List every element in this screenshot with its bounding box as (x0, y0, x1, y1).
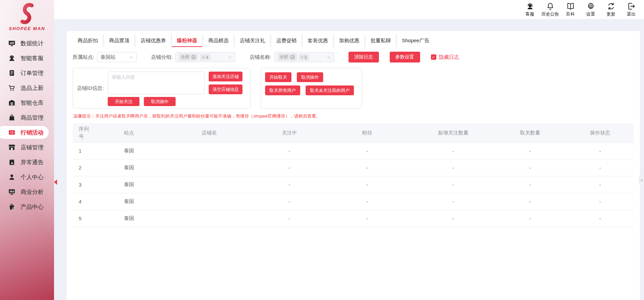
clear-log-button[interactable]: 清除日志 (349, 52, 379, 62)
fans-cell: - (321, 142, 413, 159)
tab-product-discount[interactable]: 商品折扣 (73, 34, 103, 47)
tab-shop-coupon[interactable]: 店铺优惠券 (135, 34, 171, 47)
shop_name-cell (161, 142, 257, 159)
tab-bundle-deal[interactable]: 套装优惠 (303, 34, 333, 47)
unfollow-all-users-button[interactable]: 取关所有用户 (265, 85, 300, 95)
sidebar-item-marketing-activities[interactable]: 行销活动 (0, 126, 49, 139)
site-select[interactable]: 泰国站 (97, 52, 137, 62)
status-cell: - (566, 176, 634, 193)
chevron-down-icon (327, 55, 331, 59)
sidebar-item-shop-management[interactable]: 店铺管理 (0, 140, 54, 155)
site-cell: 泰国 (97, 176, 161, 193)
sidebar-item-label: 个人中心 (21, 173, 44, 181)
tag-remove-icon[interactable]: × (290, 55, 295, 59)
shop-name-select[interactable]: 全部 × + 5 (274, 52, 334, 62)
tab-product-top[interactable]: 商品置顶 (104, 34, 134, 47)
status-cell: - (566, 210, 634, 227)
start-follow-button[interactable]: 开始关注 (108, 97, 139, 106)
new_follows-cell: - (413, 142, 494, 159)
topbar-action-wiki[interactable]: 百科 (560, 2, 581, 17)
topbar-action-label: 设置 (586, 11, 595, 17)
sidebar-collapse-arrow-icon[interactable] (54, 179, 57, 185)
tab-shop-follow-gift[interactable]: 店铺关注礼 (235, 34, 270, 47)
sidebar-menu: 数据统计智能客服订单管理选品上新智能仓库商品管理行销活动店铺管理异常通告个人中心… (0, 36, 54, 214)
drawer-collapse-handle[interactable]: « (639, 174, 644, 186)
sidebar-item-label: 智能客服 (21, 54, 44, 62)
cancel-unfollow-button[interactable]: 取消操作 (297, 72, 323, 82)
sidebar-item-data-statistics[interactable]: 数据统计 (0, 36, 54, 51)
status-cell: - (566, 193, 634, 210)
sidebar-item-label: 选品上新 (21, 84, 44, 92)
site-cell: 泰国 (97, 142, 161, 159)
topbar-action-logout[interactable]: 退出 (621, 2, 641, 17)
sidebar-item-business-analysis[interactable]: 商业分析 (0, 184, 54, 199)
unfollow-row-1: 开始取关 取消操作 (265, 72, 358, 82)
tab-add-on-deal[interactable]: 加购优惠 (334, 34, 364, 47)
shop-id-input-row: 添加关注店铺 清空店铺信息 (108, 72, 246, 94)
sidebar-item-order-management[interactable]: 订单管理 (0, 66, 54, 80)
name-tag-text: 全部 (280, 54, 288, 60)
topbar-action-history-announcements[interactable]: 历史公告 (540, 2, 560, 17)
following-cell: - (257, 176, 321, 193)
sidebar-item-label: 商品管理 (21, 114, 44, 122)
sidebar-item-personal-center[interactable]: 个人中心 (0, 170, 54, 184)
tab-product-selection[interactable]: 商品精选 (203, 34, 234, 47)
tab-shopee-ads[interactable]: Shopee广告 (397, 34, 435, 47)
param-settings-button[interactable]: 参数设置 (390, 52, 420, 62)
unfollow-not-following-button[interactable]: 取关未关注我的用户 (306, 85, 354, 95)
group-select[interactable]: 全部 × + 4 (175, 52, 235, 62)
topbar-action-customer-service[interactable]: 客服 (520, 2, 540, 17)
user-icon (8, 173, 16, 181)
logo-swirl-icon (13, 2, 41, 25)
group-tag-text: 全部 (181, 54, 189, 60)
topbar-action-label: 更新 (607, 11, 615, 17)
topbar-action-settings[interactable]: 设置 (581, 2, 601, 17)
start-unfollow-button[interactable]: 开始取关 (265, 72, 291, 82)
table-row: 1泰国----- (73, 142, 634, 159)
agent-icon (8, 54, 16, 62)
table-row: 4泰国----- (73, 193, 634, 210)
tab-shipping-promo[interactable]: 运费促销 (271, 34, 302, 47)
topbar-action-label: 百科 (566, 11, 575, 17)
index-cell: 5 (73, 210, 97, 227)
topbar-action-label: 客服 (525, 11, 534, 17)
sidebar-item-product-center[interactable]: 产品中心 (0, 199, 54, 214)
sidebar-item-label: 商业分析 (21, 188, 44, 196)
handbag-icon (8, 114, 16, 121)
new_follows-cell: - (413, 176, 494, 193)
new_follows-cell: - (413, 159, 494, 176)
topbar-actions: 客服历史公告百科设置更新退出 (520, 2, 641, 17)
topbar-action-update[interactable]: 更新 (601, 2, 621, 17)
unfollow-panel: 开始取关 取消操作 取关所有用户 取关未关注我的用户 (261, 68, 362, 108)
shop-id-textarea[interactable] (108, 72, 205, 94)
name-filter-label: 店铺名称: (250, 54, 271, 60)
sidebar-item-product-management[interactable]: 商品管理 (0, 110, 54, 125)
tabs-bar: 商品折扣商品置顶店铺优惠券爆粉神器商品精选店铺关注礼运费促销套装优惠加购优惠批量… (73, 34, 435, 47)
monitor-stats-icon (8, 40, 16, 47)
tab-bulk-private-chat[interactable]: 批量私聊 (365, 34, 396, 47)
sidebar-item-product-picking[interactable]: 选品上新 (0, 80, 54, 95)
product-icon (8, 203, 16, 210)
column-header-following: 关注中 (257, 123, 321, 142)
column-header-shop_name: 店铺名 (161, 123, 257, 142)
sidebar-item-smart-customer-service[interactable]: 智能客服 (0, 51, 54, 66)
table-header-row: 序列号站点店铺名关注中粉丝新增关注数量取关数量操作状态 (73, 123, 634, 142)
unfollows-cell: - (494, 142, 566, 159)
site-select-value: 泰国站 (100, 54, 115, 60)
topbar: 客服历史公告百科设置更新退出 (54, 0, 644, 19)
clear-shop-info-button[interactable]: 清空店铺信息 (209, 84, 242, 94)
chevron-down-icon (228, 55, 232, 59)
following-cell: - (257, 193, 321, 210)
following-cell: - (257, 159, 321, 176)
site-filter-label: 所属站点: (73, 54, 94, 60)
tab-fan-booster[interactable]: 爆粉神器 (172, 34, 202, 47)
analysis-icon (8, 188, 16, 196)
sidebar-item-smart-warehouse[interactable]: 智能仓库 (0, 95, 54, 110)
add-follow-shop-button[interactable]: 添加关注店铺 (209, 72, 242, 81)
site-cell: 泰国 (97, 210, 161, 227)
cancel-follow-button[interactable]: 取消操作 (144, 97, 176, 106)
hide-log-checkbox[interactable]: ✓ (431, 54, 436, 60)
shop_name-cell (161, 210, 257, 227)
sidebar-item-abnormal-notice[interactable]: 异常通告 (0, 155, 54, 170)
tag-remove-icon[interactable]: × (191, 55, 196, 59)
